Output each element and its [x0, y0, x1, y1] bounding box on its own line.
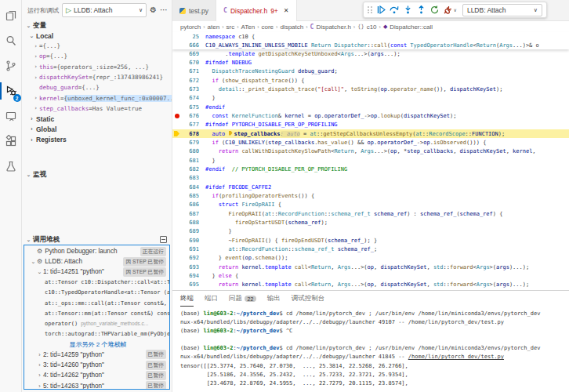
code-line-673[interactable]: 673 detail::_print_dispatch_trace("[call… — [172, 85, 569, 93]
callstack-thread[interactable]: ›3: tid=14260 "python"已暂停 — [24, 360, 169, 370]
code-line-670[interactable]: 670#ifndef NDEBUG — [172, 58, 569, 67]
watch-section-header[interactable]: ⌄ 监视 — [22, 169, 172, 180]
drag-grip-icon[interactable] — [368, 6, 372, 13]
callstack-thread[interactable]: ›4: tid=14262 "python"已暂停 — [24, 370, 169, 380]
code-line-690[interactable]: 690 ~FireOpRAII() { fireOpEndUSDT(schema… — [172, 236, 569, 245]
panel-tab-输出[interactable]: 输出 — [267, 291, 281, 307]
code-line-681[interactable]: 681 } — [172, 156, 569, 165]
more-actions-icon[interactable]: ⋯ — [160, 6, 168, 14]
scope-row-global[interactable]: ›Global — [22, 124, 172, 134]
panel-tab-调试控制台[interactable]: 调试控制台 — [292, 291, 325, 307]
stack-frame[interactable]: at::Tensor c10::Dispatcher::call<at::T — [24, 278, 169, 288]
code-line-689[interactable]: 689 } — [172, 227, 569, 236]
code-line-672[interactable]: 672 if (show_dispatch_trace()) { — [172, 76, 569, 85]
code-line-678[interactable]: 678 auto step_callbacks: auto = at::getS… — [172, 129, 569, 138]
code-line-666[interactable]: 666C10_ALWAYS_INLINE_UNLESS_MOBILE Retur… — [172, 41, 569, 49]
stack-frame[interactable]: operator()python_variable_methods.c... — [24, 318, 169, 328]
launch-config-select[interactable]: ▷ LLDB: Attach ∨ — [62, 3, 147, 17]
explorer-icon[interactable] — [0, 5, 22, 27]
callstack-thread[interactable]: ⌄1: tid=14251 "python"因 STEP 已暂停 — [24, 267, 169, 277]
breadcrumb-item[interactable]: Dispatcher.h — [316, 24, 350, 31]
stack-frame[interactable]: c10::TypedOperatorHandle<at::Tensor (a — [24, 288, 169, 298]
terminal-output[interactable]: (base) lin@603-2:~/pytorch_dev$ cd /home… — [180, 310, 569, 392]
code-area[interactable]: 669 .template getDispatchKeySetUnboxed<A… — [172, 49, 569, 289]
terminal-link[interactable]: /home/lin/pytorch_dev/test.py — [408, 354, 504, 360]
code-line-671[interactable]: 671 DispatchTraceNestingGuard debug_guar… — [172, 67, 569, 76]
code-line-691[interactable]: 691 at::RecordFunction::schema_ref_t sch… — [172, 245, 569, 253]
restart-button[interactable] — [429, 5, 440, 16]
code-line-675[interactable]: 675#endif — [172, 103, 569, 111]
scope-row-registers[interactable]: ›Registers — [22, 135, 172, 145]
variables-section-header[interactable]: ⌄ 变量 — [22, 20, 172, 31]
breadcrumb-item[interactable]: src — [227, 24, 235, 31]
source-control-icon[interactable] — [0, 55, 22, 77]
code-line-686[interactable]: 686 struct FireOpRAII { — [172, 201, 569, 209]
callstack-session[interactable]: ⌄⚙LLDB: Attach因 STEP 已暂停 — [24, 256, 169, 267]
gear-icon[interactable]: ⚙ — [150, 6, 157, 14]
breadcrumb-item[interactable]: ATen — [241, 24, 256, 31]
debug-session-select[interactable]: LLDB: Attach ∨ — [462, 4, 542, 16]
code-line-693[interactable]: 693 return kernel.template call<Return, … — [172, 263, 569, 271]
breadcrumb-item[interactable]: dispatch — [280, 24, 303, 31]
breadcrumb-item[interactable]: c10 — [367, 24, 377, 31]
chevron-down-icon[interactable]: ∨ — [454, 7, 457, 13]
panel-tab-问题[interactable]: 问题22 — [229, 291, 256, 307]
callstack-thread[interactable]: ›5: tid=14263 "python"已暂停 — [24, 380, 169, 390]
sticky-scroll[interactable]: 25namespace c10 {666C10_ALWAYS_INLINE_UN… — [172, 32, 569, 49]
code-line-674[interactable]: 674 } — [172, 94, 569, 103]
local-scope-row[interactable]: ⌄ Local — [22, 31, 172, 41]
code-line-682[interactable]: 682#endif // PYTORCH_DISABLE_PER_OP_PROF… — [172, 165, 569, 173]
code-line-669[interactable]: 669 .template getDispatchKeySetUnboxed<A… — [172, 49, 569, 58]
callstack-action-icon[interactable] — [160, 236, 167, 243]
stack-frame[interactable]: at::_ops::mm::call(at::Tensor const&, — [24, 298, 169, 308]
stack-frame[interactable]: at::Tensor::mm(at::Tensor const&) cons — [24, 308, 169, 318]
continue-button[interactable] — [376, 5, 386, 16]
panel-tab-终端[interactable]: 终端 — [180, 291, 194, 307]
extensions-icon[interactable] — [0, 130, 22, 152]
show-more-frames-link[interactable]: 显示另外 2 个堆栈帧 — [24, 339, 169, 350]
tab-dispatcher-h[interactable]: C Dispatcher.h 9+ ✕ — [216, 0, 296, 21]
code-line-683[interactable]: 683 — [172, 174, 569, 183]
close-icon[interactable]: ✕ — [284, 7, 289, 14]
step-over-button[interactable] — [390, 5, 400, 16]
variable-row[interactable]: ›step_callbacks = Has Value=true — [22, 103, 172, 114]
scope-row-static[interactable]: ›Static — [22, 114, 172, 124]
disconnect-button[interactable] — [443, 5, 453, 16]
panel-tab-端口[interactable]: 端口 — [205, 291, 218, 307]
code-line-676[interactable]: 676 const KernelFunction& kernel = op.op… — [172, 111, 569, 120]
code-line-684[interactable]: 684#ifdef FBCODE_CAFFE2 — [172, 183, 569, 191]
variable-row[interactable]: ›= {...} — [22, 41, 172, 51]
breadcrumb-item[interactable]: core — [262, 24, 274, 31]
variable-row[interactable]: ›this = {operators_:size=256, ...} — [22, 62, 172, 72]
testing-beaker-icon[interactable] — [0, 155, 22, 177]
code-line-687[interactable]: 687 FireOpRAII(at::RecordFunction::schem… — [172, 209, 569, 218]
breadcrumb-item[interactable]: aten — [208, 24, 220, 31]
step-into-button[interactable] — [403, 5, 413, 16]
code-line-688[interactable]: 688 fireOpStartUSDT(schema_ref); — [172, 218, 569, 227]
code-line-25[interactable]: 25namespace c10 { — [172, 32, 569, 41]
variable-row[interactable]: ›op = {...} — [22, 51, 172, 61]
code-line-677[interactable]: 677#ifndef PYTORCH_DISABLE_PER_OP_PROFIL… — [172, 121, 569, 129]
code-line-679[interactable]: 679 if (C10_UNLIKELY(step_callbacks.has_… — [172, 138, 569, 147]
search-icon[interactable] — [0, 30, 22, 52]
variable-row[interactable]: debug_guard = {...} — [22, 82, 172, 93]
callstack-section-header[interactable]: ⌄ 调用堆栈 — [22, 234, 172, 245]
breadcrumb[interactable]: pytorch›aten›src›ATen›core›dispatch›CDis… — [172, 21, 569, 32]
variable-row[interactable]: ›kernel = {unboxed_kernel_func_:0x00007.… — [22, 93, 172, 103]
code-line-692[interactable]: 692 } event(op.schema()); — [172, 254, 569, 263]
run-and-debug-icon[interactable]: 2 — [0, 80, 22, 102]
breadcrumb-item[interactable]: Dispatcher::call — [390, 24, 433, 31]
code-line-695[interactable]: 695 return kernel.template call<Return, … — [172, 281, 569, 289]
start-debug-icon[interactable]: ▷ — [66, 6, 71, 14]
callstack-session[interactable]: ⚙Python Debugger: launch正在运行 — [24, 246, 169, 256]
breadcrumb-item[interactable]: pytorch — [180, 24, 201, 31]
step-out-button[interactable] — [416, 5, 426, 16]
code-line-680[interactable]: 680 return callWithDispatchKeySlowPath<R… — [172, 147, 569, 156]
remote-explorer-icon[interactable] — [0, 105, 22, 127]
callstack-thread[interactable]: ›2: tid=14259 "python"已暂停 — [24, 350, 169, 360]
code-line-694[interactable]: 694 } else { — [172, 271, 569, 280]
code-line-685[interactable]: 685 if(profilingOperatorEvents()) { — [172, 191, 569, 200]
tab-test-py[interactable]: test.py — [172, 0, 216, 21]
stack-frame[interactable]: torch::autograd::THPVariable_mm(PyObje — [24, 329, 169, 339]
variable-row[interactable]: ›dispatchKeySet = {repr_:137438986241} — [22, 72, 172, 82]
